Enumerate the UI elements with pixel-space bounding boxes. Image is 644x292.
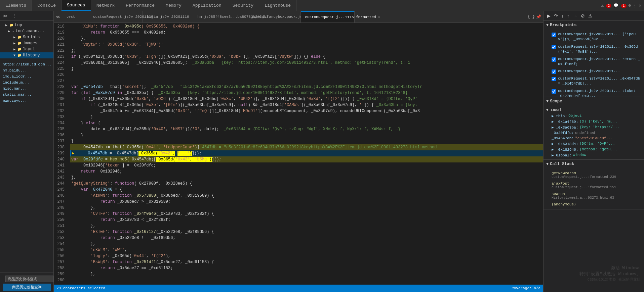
scope-val: "c5c3f201a8e8f... [575,136,613,140]
scope-local-header[interactable]: ▼ Local [544,107,644,113]
url-item-jd[interactable]: https://item.jd.com... [0,61,53,67]
callstack-content: getNewParam customRequest.j...:formatted… [544,168,644,209]
bp-text-2: customRequest.js?v=202011... return _0x3… [558,57,641,67]
line-num-228: 228 [54,84,65,90]
tree-item-history[interactable]: ▼ 📁 History [0,52,53,58]
deactivate-button[interactable]: ⊘ [580,12,586,19]
tab-security[interactable]: Security [227,0,259,11]
scope-header[interactable]: ▼ Scope [544,97,644,106]
url-item-hm[interactable]: hm.baidu... [0,67,53,74]
bp-item-4[interactable]: customRequest.js?v=2020l... _0x4547db = … [544,75,644,88]
bp-checkbox-2[interactable] [552,57,556,62]
tab-network[interactable]: Network [91,0,121,11]
step-out-button[interactable]: ↑ [566,12,570,19]
callstack-item-0[interactable]: getNewParam customRequest.j...:formatted… [544,170,644,180]
bp-checkbox-3[interactable] [552,69,556,74]
center-panel: ≪ test customRequest.js?v=20201116 bijia… [54,11,543,292]
tab-sources[interactable]: Sources [62,0,91,11]
code-line-247: return _0x38bed7 > _0x319589; [70,199,543,205]
tree-item-tool[interactable]: ▶ ☁ tool.mann... [0,28,53,34]
code-line-236: } [70,132,543,138]
editor-tab-bijia[interactable]: bijia.js?v=20201116 [143,11,193,22]
tab-elements[interactable]: Elements [0,0,32,11]
tab-console[interactable]: Console [32,0,62,11]
editor-tab-active[interactable]: customRequest.j...1116:formatted ✕ [301,11,355,22]
bp-item-2[interactable]: customRequest.js?v=202011... return _0x3… [544,56,644,68]
tree-item-images[interactable]: ▶ 📁 images [0,40,53,46]
alert-icon[interactable]: ⚠ 2 [601,3,611,8]
tab-overflow-right[interactable]: » [355,11,361,22]
line-num-244: 244 [54,181,65,187]
format-icon[interactable]: { } [527,14,535,19]
bp-checkbox-5[interactable] [552,89,556,94]
editor-tab-hm[interactable]: hm.js?85f48cee3...ba80781b243db3 [193,11,247,22]
code-line-246: 'AzHWN': function _0x573880(_0x38bed7, _… [70,193,543,199]
resume-button[interactable]: ▶ [546,12,551,19]
chevron-down-icon: ▼ [546,23,549,28]
breakpoints-header[interactable]: ▼ Breakpoints [544,21,644,30]
url-item-misc[interactable]: misc.man... [0,86,53,92]
message-icon[interactable]: 💬 1 [613,3,626,8]
callstack-item-3[interactable]: (anonymous) [544,201,644,208]
url-item-img[interactable]: img.alicdr... [0,74,53,80]
line-num-247: 247 [54,199,65,205]
bp-checkbox-1[interactable] [552,45,556,49]
code-line-254: }, [70,241,543,247]
callstack-item-2[interactable]: search HistoryLowest.a...93273.html:63 [544,191,644,201]
bp-item-0[interactable]: customRequest.js?v=202011... ['ipeUV']($… [544,31,644,43]
left-panel-toolbar: ≫ ⋮ [0,11,53,21]
scope-item-5: ▶ _0x6318d4: {DCftw: 'QyP'... [544,141,644,147]
callstack-header[interactable]: ▼ Call Stack [544,160,644,168]
tab-performance[interactable]: Performance [120,0,160,11]
bp-item-3[interactable]: customRequest.js?v=202011... [544,68,644,75]
code-line-248: }, [70,205,543,211]
tab-overflow-left[interactable]: ≪ [54,11,62,22]
line-num-224: 224 [54,60,65,66]
settings-icon[interactable]: ⚙ [629,3,631,8]
search-button[interactable]: 商品历史价格查询 [3,284,51,291]
url-item-www[interactable]: www.zuyu... [0,98,53,104]
scope-section: ▼ Scope ▼ Local ▶ this: Object ▶ _0x1a4f… [544,97,644,160]
bp-checkbox-0[interactable] [552,33,556,37]
expand-all-button[interactable]: ≫ [1,12,9,19]
bp-item-5[interactable]: customRequest.js?v=202011... ticket = _0… [544,88,644,97]
pin-icon[interactable]: 📌 [536,14,541,19]
code-content[interactable]: 'XiMu': function _0x4995c(_0x950655, _0x… [67,23,543,285]
line-num-248: 248 [54,205,65,211]
close-icon[interactable]: ✕ [639,3,641,8]
bp-checkbox-4[interactable] [552,77,556,81]
pause-on-exception-button[interactable]: ⚠ [588,12,593,19]
more-options-button[interactable]: ⋮ [10,12,18,19]
more-icon[interactable]: ⋮ [633,3,637,8]
scope-item-4: _0x4547db: "c5c3f201a8e8f... [544,136,644,141]
right-panel: ▶ ↷ ↓ ↑ → ⊘ ⚠ ▼ Breakpoints customReques… [543,11,644,292]
code-line-239: ▶ _0x4547db = _0x4547db[_0x365d('0x42', … [70,150,543,156]
selection-status: 23 characters selected [56,286,105,290]
code-line-233: } [70,114,543,120]
close-tab-button[interactable]: ✕ [378,15,380,19]
editor-tab-customrequest[interactable]: customRequest.js?v=20201116 [89,11,143,22]
code-line-230: if (_0x6318d4[_0x365d('0x3b', 'xOX6')](_… [70,96,543,102]
tree-item-layui[interactable]: ▶ 📁 layui [0,46,53,52]
url-item-include[interactable]: include.m... [0,80,53,86]
bp-text-0: customRequest.js?v=202011... ['ipeUV']($… [558,32,641,42]
step-over-button[interactable]: ↷ [553,12,559,19]
line-num-249: 249 [54,211,65,217]
callstack-item-1[interactable]: ajaxPost customRequest.j...:formatted:15… [544,180,644,191]
step-into-button[interactable]: ↓ [561,12,564,19]
tab-lighthouse[interactable]: Lighthouse [259,0,296,11]
tab-memory[interactable]: Memory [160,0,187,11]
bp-item-1[interactable]: customRequest.js?v=202011... _0x365d('0x… [544,43,644,56]
editor-tab-test[interactable]: test [62,11,89,22]
tree-item-top[interactable]: ▶ 📁 top [0,22,53,28]
search-input[interactable] [5,276,53,282]
tab-application[interactable]: Application [187,0,227,11]
editor-tab-fancybox[interactable]: jquery.fancybox.pack.js [247,11,301,22]
line-num-225: 225 [54,66,65,72]
breakpoints-section: ▼ Breakpoints customRequest.js?v=202011.… [544,21,644,97]
code-line-253: return _0x5223e8 !== _0xf89d56; [70,235,543,241]
tree-item-scripts[interactable]: ▶ 📁 Scripts [0,34,53,40]
step-button[interactable]: → [572,12,578,19]
line-num-238: 238 [54,144,65,150]
url-item-static[interactable]: static.mar... [0,92,53,98]
